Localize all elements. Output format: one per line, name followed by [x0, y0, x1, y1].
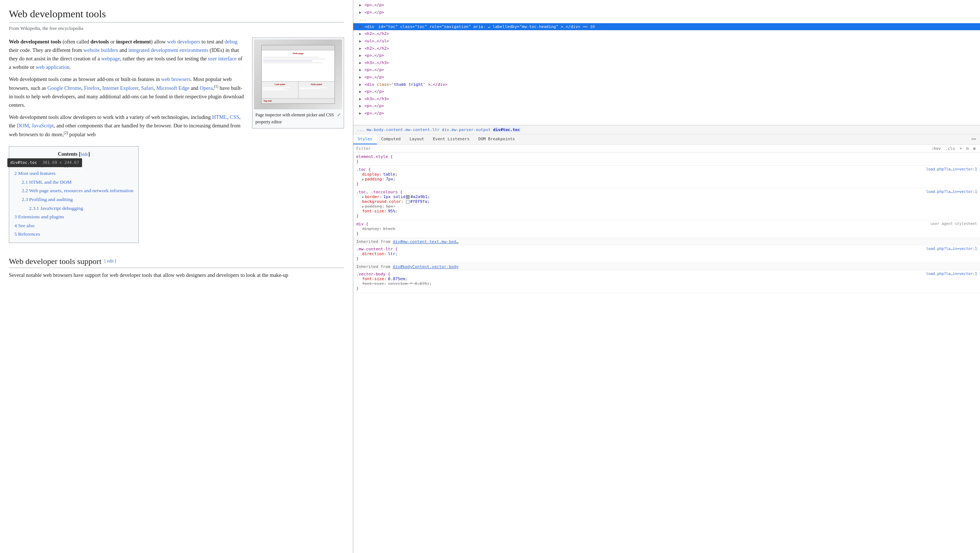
rule-source-vector-body[interactable]: load.php?la…in=vector:1	[926, 272, 977, 276]
tab-computed[interactable]: Computed	[377, 134, 405, 144]
toc-list: 1 Web developer tools support 2 Most use…	[14, 161, 133, 238]
dom-line-h2-1[interactable]: <h2>…</h2>	[353, 30, 980, 38]
toc-title: Contents [hide]	[14, 150, 133, 158]
dom-arrow[interactable]	[359, 104, 361, 108]
color-swatch-border[interactable]	[406, 195, 410, 199]
rule-selector-toc-toccolours: .toc, .toccolours {	[356, 190, 402, 194]
breadcrumb-bar: ... mw-body-content.mw-content-ltr div.m…	[353, 125, 980, 134]
toc-item-4: 4 See also	[14, 222, 133, 230]
dom-arrow[interactable]	[359, 10, 361, 14]
wikipedia-article: Web development tools From Wikipedia, th…	[0, 0, 353, 553]
dom-line-p8[interactable]: <p>…</p>	[353, 110, 980, 117]
dom-arrow[interactable]	[359, 53, 361, 57]
rule-vector-body: .vector-body { load.php?la…in=vector:1 f…	[353, 270, 980, 293]
inherited-link-1[interactable]: div#mw-content-text.mw-bod…	[393, 239, 458, 244]
dom-line-div-thumb[interactable]: <div class="thumb tright" >…</div>	[353, 81, 980, 88]
dom-line-p4[interactable]: <p>…</p>	[353, 66, 980, 73]
dom-line-p2[interactable]: <p>…</p>	[353, 9, 980, 16]
tab-dom-breakpoints[interactable]: DOM Breakpoints	[474, 134, 519, 144]
dom-line-h3-2[interactable]: <h3>…</h3>	[353, 96, 980, 103]
breadcrumb-toc[interactable]: div#toc.toc	[492, 127, 521, 132]
prop-font-size-calc: font-size : calc(1em * 0.875) ;	[362, 281, 977, 286]
prop-display-block: display : block	[362, 226, 977, 231]
rule-selector-mw-content-ltr: .mw-content-ltr {	[356, 247, 398, 252]
prop-padding-toc2: ▶ padding : 5px +	[362, 204, 977, 209]
dom-tree[interactable]: <p>…</p> <p>…</p> ... <div id="toc" clas…	[353, 0, 980, 125]
filter-input[interactable]	[356, 146, 928, 151]
toc-hide-link[interactable]: hide	[81, 152, 88, 157]
toc-item-2: 2 Most used features	[14, 169, 133, 177]
inherited-header-1: Inherited from div#mw-content-text.mw-bo…	[353, 238, 980, 245]
prop-font-size-vector: font-size : 0.875em ;	[362, 276, 977, 281]
color-swatch-bg[interactable]	[406, 200, 410, 204]
styles-content: element.style { } .toc { load.php?la…in=…	[353, 153, 980, 553]
toc-item-2-3-1: 2.3.1 JavaScript debugging	[14, 204, 133, 212]
breadcrumb-parser-output[interactable]: div.mw-parser-output	[441, 127, 491, 132]
dom-line-ellipsis[interactable]: ...	[353, 16, 980, 23]
tab-layout[interactable]: Layout	[405, 134, 429, 144]
dom-arrow[interactable]	[359, 68, 361, 72]
prop-font-size: font-size : 95% ;	[362, 209, 977, 214]
breadcrumb-mw-body[interactable]: mw-body-content.mw-content-ltr	[366, 127, 441, 132]
dom-line-h2-2[interactable]: <h2>…</h2>	[353, 45, 980, 52]
dom-arrow[interactable]	[359, 89, 361, 94]
dom-arrow[interactable]	[359, 61, 361, 65]
dom-arrow[interactable]	[359, 39, 361, 43]
element-tooltip: div#toc.toc 381.69 × 244.67	[7, 158, 82, 167]
rule-toc: .toc { load.php?la…in=vector:1 display :…	[353, 166, 980, 188]
section1-heading: Web developer tools support [ edit ]	[9, 255, 344, 268]
dom-line-p3[interactable]: <p>…</p>	[353, 52, 980, 59]
rule-div-ua: div { user agent stylesheet display : bl…	[353, 220, 980, 238]
dom-arrow[interactable]	[359, 75, 361, 79]
rule-source-mw-content-ltr[interactable]: load.php?la…in=vector:1	[926, 247, 977, 251]
image-caption: Page inspector with element picker and C…	[254, 111, 342, 126]
dom-line-ul[interactable]: <ul>…</ul>	[353, 38, 980, 45]
breadcrumb-ellipsis[interactable]: ...	[356, 127, 365, 132]
filter-bar: :hov .cls + ⊟ ⊠	[353, 145, 980, 153]
rule-selector-toc: .toc {	[356, 167, 371, 172]
prop-arrow-border[interactable]: ▶	[362, 195, 364, 199]
prop-arrow-padding[interactable]: ▶	[362, 177, 364, 181]
filter-icon1-button[interactable]: ⊟	[965, 146, 970, 151]
article-title: Web development tools	[9, 7, 344, 22]
dom-arrow[interactable]	[359, 97, 361, 101]
rule-element-style: element.style { }	[353, 153, 980, 166]
toc-item-5: 5 References	[14, 230, 133, 238]
toc-item-2-3: 2.3 Profiling and auditing	[14, 196, 133, 204]
dom-arrow[interactable]	[359, 83, 361, 86]
filter-buttons: :hov .cls + ⊟ ⊠	[929, 146, 977, 151]
filter-cls-button[interactable]: .cls	[944, 146, 957, 151]
dom-line-toc[interactable]: <div id="toc" class="toc" role="navigati…	[353, 23, 980, 30]
rule-selector-element: element.style {	[356, 154, 393, 159]
dom-arrow-toc[interactable]	[359, 25, 361, 29]
dom-line-p7[interactable]: <p>…</p>	[353, 102, 980, 110]
dom-arrow[interactable]	[359, 32, 361, 36]
devtools-panel: <p>…</p> <p>…</p> ... <div id="toc" clas…	[353, 0, 980, 553]
filter-icon2-button[interactable]: ⊠	[972, 146, 977, 151]
rule-mw-content-ltr: .mw-content-ltr { load.php?la…in=vector:…	[353, 245, 980, 263]
prop-background-color: background-color : #f8f9fa;	[362, 199, 977, 204]
rule-source-ua: user agent stylesheet	[931, 222, 977, 226]
dom-arrow[interactable]	[359, 111, 361, 115]
styles-tabs: Styles Computed Layout Event Listeners D…	[353, 134, 980, 145]
tab-event-listeners[interactable]: Event Listeners	[428, 134, 474, 144]
tab-styles[interactable]: Styles	[353, 134, 377, 144]
filter-hov-button[interactable]: :hov	[929, 146, 942, 151]
rule-source-toc-toccolours[interactable]: load.php?la…in=vector:1	[926, 190, 977, 194]
inherited-link-2[interactable]: div#bodyContent.vector-body	[393, 265, 458, 269]
prop-border: ▶ border : 1px solid #a2a9b1;	[362, 194, 977, 199]
rule-source-toc[interactable]: load.php?la…in=vector:1	[926, 167, 977, 171]
tab-more[interactable]: >>	[968, 134, 980, 144]
inherited-header-2: Inherited from div#bodyContent.vector-bo…	[353, 263, 980, 270]
toc-item-2-2: 2.2 Web page assets, resources and netwo…	[14, 186, 133, 195]
dom-line-h3-1[interactable]: <h3>…</h3>	[353, 59, 980, 67]
toc-item-3: 3 Extensions and plugins	[14, 213, 133, 221]
dom-line-p5[interactable]: <p>…</p>	[353, 73, 980, 81]
dom-arrow[interactable]	[359, 46, 361, 51]
dom-line-p1[interactable]: <p>…</p>	[353, 2, 980, 9]
dom-arrow[interactable]	[359, 3, 361, 7]
filter-add-button[interactable]: +	[958, 146, 963, 151]
dom-line-p6[interactable]: <p>…</p>	[353, 88, 980, 96]
toc-item-2-1: 2.1 HTML and the DOM	[14, 178, 133, 186]
prop-arrow-padding2[interactable]: ▶	[362, 205, 364, 209]
